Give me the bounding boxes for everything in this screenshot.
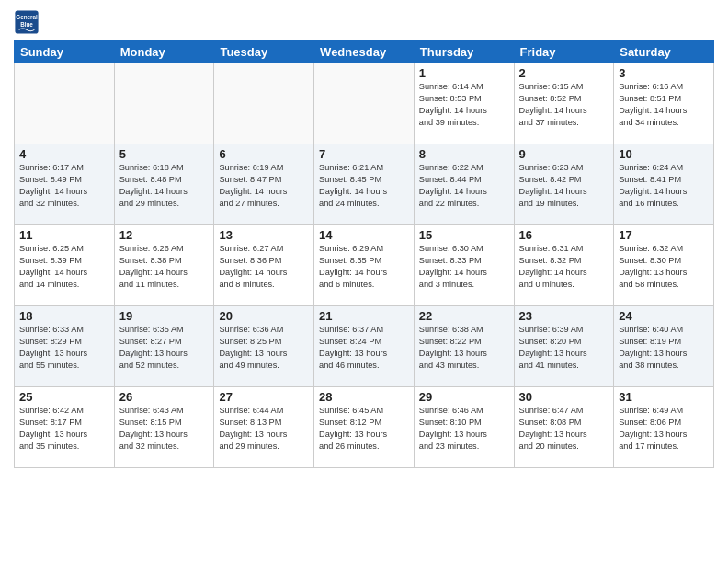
calendar-cell — [214, 63, 314, 144]
calendar-cell: 1Sunrise: 6:14 AM Sunset: 8:53 PM Daylig… — [414, 63, 514, 144]
day-detail: Sunrise: 6:18 AM Sunset: 8:48 PM Dayligh… — [119, 162, 210, 210]
day-number: 4 — [19, 147, 109, 161]
day-detail: Sunrise: 6:43 AM Sunset: 8:15 PM Dayligh… — [119, 405, 210, 453]
page-container: General Blue SundayMondayTuesdayWednesda… — [0, 0, 728, 476]
day-number: 14 — [319, 228, 409, 242]
day-number: 5 — [119, 147, 210, 161]
calendar-cell — [314, 63, 415, 144]
day-detail: Sunrise: 6:24 AM Sunset: 8:41 PM Dayligh… — [619, 162, 709, 210]
day-number: 20 — [219, 309, 309, 323]
day-number: 1 — [419, 66, 509, 80]
logo: General Blue — [14, 9, 40, 35]
day-number: 30 — [519, 390, 609, 404]
calendar-cell: 2Sunrise: 6:15 AM Sunset: 8:52 PM Daylig… — [514, 63, 614, 144]
day-number: 25 — [19, 390, 109, 404]
day-number: 26 — [119, 390, 210, 404]
col-header-tuesday: Tuesday — [214, 41, 314, 63]
day-detail: Sunrise: 6:49 AM Sunset: 8:06 PM Dayligh… — [619, 405, 709, 453]
day-detail: Sunrise: 6:38 AM Sunset: 8:22 PM Dayligh… — [419, 324, 509, 372]
col-header-saturday: Saturday — [614, 41, 714, 63]
calendar-cell: 6Sunrise: 6:19 AM Sunset: 8:47 PM Daylig… — [214, 144, 314, 225]
day-detail: Sunrise: 6:23 AM Sunset: 8:42 PM Dayligh… — [519, 162, 609, 210]
day-number: 22 — [419, 309, 509, 323]
day-number: 23 — [519, 309, 609, 323]
svg-text:Blue: Blue — [20, 21, 33, 28]
calendar-cell: 16Sunrise: 6:31 AM Sunset: 8:32 PM Dayli… — [514, 225, 614, 306]
day-detail: Sunrise: 6:36 AM Sunset: 8:25 PM Dayligh… — [219, 324, 309, 372]
day-detail: Sunrise: 6:45 AM Sunset: 8:12 PM Dayligh… — [319, 405, 409, 453]
day-number: 9 — [519, 147, 609, 161]
day-detail: Sunrise: 6:39 AM Sunset: 8:20 PM Dayligh… — [519, 324, 609, 372]
calendar-cell: 30Sunrise: 6:47 AM Sunset: 8:08 PM Dayli… — [514, 387, 614, 468]
day-number: 21 — [319, 309, 409, 323]
calendar-cell: 15Sunrise: 6:30 AM Sunset: 8:33 PM Dayli… — [414, 225, 514, 306]
calendar-cell: 26Sunrise: 6:43 AM Sunset: 8:15 PM Dayli… — [114, 387, 214, 468]
day-number: 10 — [619, 147, 709, 161]
calendar-week-2: 4Sunrise: 6:17 AM Sunset: 8:49 PM Daylig… — [15, 144, 714, 225]
day-number: 27 — [219, 390, 309, 404]
day-number: 2 — [519, 66, 609, 80]
day-number: 18 — [19, 309, 109, 323]
calendar-cell: 17Sunrise: 6:32 AM Sunset: 8:30 PM Dayli… — [614, 225, 714, 306]
day-detail: Sunrise: 6:19 AM Sunset: 8:47 PM Dayligh… — [219, 162, 309, 210]
calendar-cell: 27Sunrise: 6:44 AM Sunset: 8:13 PM Dayli… — [214, 387, 314, 468]
calendar-cell: 28Sunrise: 6:45 AM Sunset: 8:12 PM Dayli… — [314, 387, 415, 468]
calendar-cell: 22Sunrise: 6:38 AM Sunset: 8:22 PM Dayli… — [414, 306, 514, 387]
day-detail: Sunrise: 6:27 AM Sunset: 8:36 PM Dayligh… — [219, 243, 309, 291]
day-detail: Sunrise: 6:46 AM Sunset: 8:10 PM Dayligh… — [419, 405, 509, 453]
calendar-cell: 14Sunrise: 6:29 AM Sunset: 8:35 PM Dayli… — [314, 225, 415, 306]
day-detail: Sunrise: 6:14 AM Sunset: 8:53 PM Dayligh… — [419, 81, 509, 129]
calendar-cell: 31Sunrise: 6:49 AM Sunset: 8:06 PM Dayli… — [614, 387, 714, 468]
day-number: 16 — [519, 228, 609, 242]
day-number: 29 — [419, 390, 509, 404]
col-header-thursday: Thursday — [414, 41, 514, 63]
day-number: 8 — [419, 147, 509, 161]
calendar-header-row: SundayMondayTuesdayWednesdayThursdayFrid… — [15, 41, 714, 63]
calendar-week-5: 25Sunrise: 6:42 AM Sunset: 8:17 PM Dayli… — [15, 387, 714, 468]
calendar-cell: 24Sunrise: 6:40 AM Sunset: 8:19 PM Dayli… — [614, 306, 714, 387]
col-header-monday: Monday — [114, 41, 214, 63]
day-number: 7 — [319, 147, 409, 161]
day-detail: Sunrise: 6:22 AM Sunset: 8:44 PM Dayligh… — [419, 162, 509, 210]
calendar-cell: 3Sunrise: 6:16 AM Sunset: 8:51 PM Daylig… — [614, 63, 714, 144]
day-detail: Sunrise: 6:35 AM Sunset: 8:27 PM Dayligh… — [119, 324, 210, 372]
day-detail: Sunrise: 6:32 AM Sunset: 8:30 PM Dayligh… — [619, 243, 709, 291]
day-number: 24 — [619, 309, 709, 323]
calendar-cell: 10Sunrise: 6:24 AM Sunset: 8:41 PM Dayli… — [614, 144, 714, 225]
day-detail: Sunrise: 6:44 AM Sunset: 8:13 PM Dayligh… — [219, 405, 309, 453]
day-number: 13 — [219, 228, 309, 242]
calendar-cell: 29Sunrise: 6:46 AM Sunset: 8:10 PM Dayli… — [414, 387, 514, 468]
calendar-table: SundayMondayTuesdayWednesdayThursdayFrid… — [14, 40, 714, 468]
calendar-cell: 12Sunrise: 6:26 AM Sunset: 8:38 PM Dayli… — [114, 225, 214, 306]
day-detail: Sunrise: 6:26 AM Sunset: 8:38 PM Dayligh… — [119, 243, 210, 291]
day-number: 3 — [619, 66, 709, 80]
calendar-cell — [15, 63, 115, 144]
svg-text:General: General — [16, 14, 38, 20]
calendar-cell: 4Sunrise: 6:17 AM Sunset: 8:49 PM Daylig… — [15, 144, 115, 225]
calendar-cell: 11Sunrise: 6:25 AM Sunset: 8:39 PM Dayli… — [15, 225, 115, 306]
day-number: 6 — [219, 147, 309, 161]
day-number: 31 — [619, 390, 709, 404]
calendar-cell: 19Sunrise: 6:35 AM Sunset: 8:27 PM Dayli… — [114, 306, 214, 387]
day-detail: Sunrise: 6:25 AM Sunset: 8:39 PM Dayligh… — [19, 243, 109, 291]
day-detail: Sunrise: 6:15 AM Sunset: 8:52 PM Dayligh… — [519, 81, 609, 129]
calendar-cell: 20Sunrise: 6:36 AM Sunset: 8:25 PM Dayli… — [214, 306, 314, 387]
col-header-sunday: Sunday — [15, 41, 115, 63]
calendar-cell: 13Sunrise: 6:27 AM Sunset: 8:36 PM Dayli… — [214, 225, 314, 306]
day-detail: Sunrise: 6:16 AM Sunset: 8:51 PM Dayligh… — [619, 81, 709, 129]
day-detail: Sunrise: 6:40 AM Sunset: 8:19 PM Dayligh… — [619, 324, 709, 372]
day-detail: Sunrise: 6:17 AM Sunset: 8:49 PM Dayligh… — [19, 162, 109, 210]
day-number: 15 — [419, 228, 509, 242]
col-header-wednesday: Wednesday — [314, 41, 415, 63]
day-number: 11 — [19, 228, 109, 242]
calendar-week-1: 1Sunrise: 6:14 AM Sunset: 8:53 PM Daylig… — [15, 63, 714, 144]
calendar-week-3: 11Sunrise: 6:25 AM Sunset: 8:39 PM Dayli… — [15, 225, 714, 306]
day-detail: Sunrise: 6:29 AM Sunset: 8:35 PM Dayligh… — [319, 243, 409, 291]
day-detail: Sunrise: 6:42 AM Sunset: 8:17 PM Dayligh… — [19, 405, 109, 453]
day-detail: Sunrise: 6:33 AM Sunset: 8:29 PM Dayligh… — [19, 324, 109, 372]
calendar-cell: 8Sunrise: 6:22 AM Sunset: 8:44 PM Daylig… — [414, 144, 514, 225]
calendar-cell: 5Sunrise: 6:18 AM Sunset: 8:48 PM Daylig… — [114, 144, 214, 225]
calendar-cell: 21Sunrise: 6:37 AM Sunset: 8:24 PM Dayli… — [314, 306, 415, 387]
day-detail: Sunrise: 6:47 AM Sunset: 8:08 PM Dayligh… — [519, 405, 609, 453]
day-detail: Sunrise: 6:31 AM Sunset: 8:32 PM Dayligh… — [519, 243, 609, 291]
